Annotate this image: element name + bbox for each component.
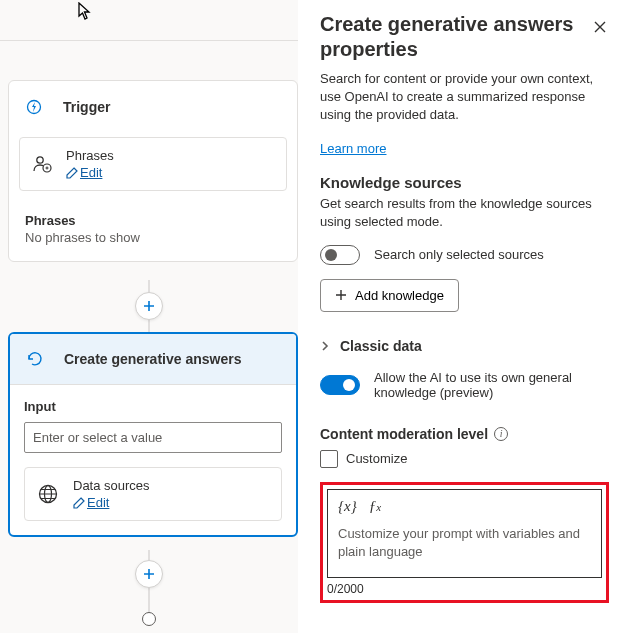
insert-variable-button[interactable]: {x} <box>338 498 357 515</box>
prompt-placeholder: Customize your prompt with variables and… <box>338 525 591 561</box>
properties-panel: Create generative answers properties Sea… <box>298 0 631 633</box>
pencil-icon <box>73 497 85 509</box>
allow-ai-toggle[interactable] <box>320 375 360 395</box>
allow-ai-label: Allow the AI to use its own general know… <box>374 370 609 400</box>
phrases-card[interactable]: Phrases Edit <box>19 137 287 191</box>
svg-point-1 <box>37 157 43 163</box>
search-selected-toggle[interactable] <box>320 245 360 265</box>
add-knowledge-button[interactable]: Add knowledge <box>320 279 459 312</box>
trigger-title: Trigger <box>63 99 110 115</box>
value-input[interactable] <box>24 422 282 453</box>
add-node-button[interactable] <box>135 292 163 320</box>
close-icon <box>593 20 607 34</box>
input-label: Input <box>24 399 282 414</box>
generative-answers-node[interactable]: Create generative answers Input Data sou… <box>8 332 298 537</box>
prompt-editor[interactable]: {x} ƒx Customize your prompt with variab… <box>327 489 602 578</box>
data-sources-label: Data sources <box>73 478 150 493</box>
classic-data-toggle-section[interactable]: Classic data <box>320 338 609 354</box>
classic-data-label: Classic data <box>340 338 422 354</box>
panel-title: Create generative answers properties <box>320 12 609 62</box>
edit-data-sources-link[interactable]: Edit <box>73 495 150 510</box>
gen-title: Create generative answers <box>64 351 241 367</box>
customize-label: Customize <box>346 451 407 466</box>
add-node-button[interactable] <box>135 560 163 588</box>
panel-description: Search for content or provide your own c… <box>320 70 609 125</box>
person-chat-icon <box>32 154 52 174</box>
pencil-icon <box>66 167 78 179</box>
search-selected-label: Search only selected sources <box>374 247 544 262</box>
phrases-section-title: Phrases <box>25 213 281 228</box>
edit-phrases-link[interactable]: Edit <box>66 165 114 180</box>
knowledge-sources-desc: Get search results from the knowledge so… <box>320 195 609 231</box>
learn-more-link[interactable]: Learn more <box>320 141 386 156</box>
refresh-sparkle-icon <box>24 348 46 370</box>
insert-formula-button[interactable]: ƒx <box>369 498 381 515</box>
phrases-empty-text: No phrases to show <box>25 230 281 245</box>
customize-checkbox[interactable] <box>320 450 338 468</box>
lightning-icon <box>23 96 45 118</box>
prompt-highlight-box: {x} ƒx Customize your prompt with variab… <box>320 482 609 603</box>
data-sources-card[interactable]: Data sources Edit <box>24 467 282 521</box>
canvas-divider <box>0 40 298 41</box>
close-button[interactable] <box>591 18 609 36</box>
cursor-pointer-icon <box>78 2 94 20</box>
end-node-icon <box>142 612 156 626</box>
plus-icon <box>335 289 347 301</box>
content-moderation-label: Content moderation level <box>320 426 488 442</box>
info-icon[interactable]: i <box>494 427 508 441</box>
chevron-right-icon <box>320 340 330 352</box>
char-counter: 0/2000 <box>327 582 602 596</box>
trigger-node[interactable]: Trigger Phrases Edit Phrases No phrases … <box>8 80 298 262</box>
phrases-label: Phrases <box>66 148 114 163</box>
globe-icon <box>37 483 59 505</box>
knowledge-sources-title: Knowledge sources <box>320 174 609 191</box>
